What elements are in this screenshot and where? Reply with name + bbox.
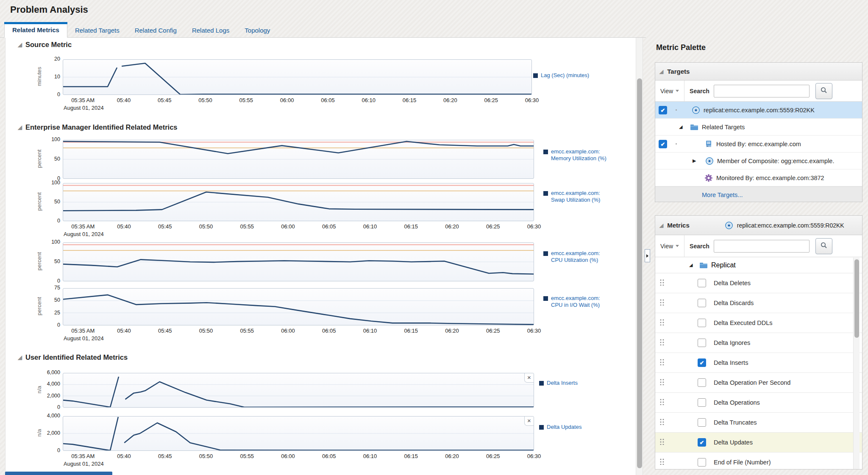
chart-plot-cpu xyxy=(63,242,534,281)
tab-related-logs[interactable]: Related Logs xyxy=(184,22,237,38)
x-tick-label: 06:05 xyxy=(310,453,348,459)
metric-label: Delta Inserts xyxy=(714,359,748,366)
metric-checkbox[interactable] xyxy=(698,418,706,427)
targets-search-button[interactable] xyxy=(815,83,832,99)
x-tick-label: 05:35 AM xyxy=(64,223,102,230)
x-tick-label: 06:00 xyxy=(269,453,307,459)
targets-view-menu[interactable]: View xyxy=(655,88,684,94)
metrics-section-header[interactable]: ◢Metricsreplicat:emcc.example.com:5559:R… xyxy=(655,216,862,235)
chart-plot-iowait xyxy=(63,288,534,325)
metric-row[interactable]: ✔Delta Updates xyxy=(655,433,862,453)
drag-handle-icon[interactable] xyxy=(659,339,665,347)
target-checkbox[interactable]: ✔ xyxy=(659,140,667,148)
target-tree-row[interactable]: ◢Related Targets xyxy=(655,119,862,136)
drag-handle-icon[interactable] xyxy=(659,299,665,307)
drag-handle-icon[interactable] xyxy=(659,358,665,367)
legend-cpu[interactable]: emcc.example.com:CPU Utilization (%) xyxy=(543,250,600,264)
y-tick-label: 50 xyxy=(41,258,60,264)
tab-topology[interactable]: Topology xyxy=(237,22,278,38)
metric-checkbox[interactable] xyxy=(698,398,706,407)
chart-close-button-updates[interactable]: × xyxy=(524,417,534,426)
section-expanded-icon[interactable]: ◢ xyxy=(18,42,22,47)
chart-plot-memory xyxy=(63,140,534,179)
target-tree-row[interactable]: ✔Hosted By: emcc.example.com xyxy=(655,136,862,153)
drag-handle-icon[interactable] xyxy=(659,418,665,427)
drag-handle-icon[interactable] xyxy=(659,378,665,387)
metric-row[interactable]: Delta Truncates xyxy=(655,413,862,433)
legend-swatch xyxy=(539,381,544,386)
panel-splitter-button[interactable] xyxy=(645,249,650,262)
y-tick-label: 0 xyxy=(41,447,60,453)
x-tick-label: 05:50 xyxy=(187,223,225,230)
x-tick-label: 06:20 xyxy=(433,223,471,230)
tree-collapse-icon[interactable]: ◢ xyxy=(679,125,682,129)
legend-text-line: Delta Inserts xyxy=(547,380,578,386)
legend-updates[interactable]: Delta Updates xyxy=(539,424,581,431)
more-targets-link[interactable]: More Targets... xyxy=(702,192,743,198)
targets-search-input[interactable] xyxy=(714,85,810,97)
metric-row[interactable]: Delta Deletes xyxy=(655,273,862,293)
metric-row[interactable]: End of File (Number) xyxy=(655,453,862,469)
metrics-panel: ◢Metricsreplicat:emcc.example.com:5559:R… xyxy=(655,215,862,469)
metric-row[interactable]: ✔Delta Inserts xyxy=(655,353,862,373)
drag-handle-icon[interactable] xyxy=(659,279,665,287)
legend-iowait[interactable]: emcc.example.com:CPU in I/O Wait (%) xyxy=(543,295,600,309)
metric-checkbox[interactable] xyxy=(698,319,706,327)
tree-collapse-icon[interactable]: ◢ xyxy=(689,263,693,267)
tree-expand-icon[interactable]: ▶ xyxy=(693,158,696,163)
cutoff-element xyxy=(5,472,112,475)
metric-checkbox[interactable] xyxy=(698,378,706,387)
target-checkbox[interactable]: ✔ xyxy=(659,106,667,114)
section-title: Enterprise Manager Identified Related Me… xyxy=(25,123,178,131)
metrics-view-menu[interactable]: View xyxy=(655,243,684,250)
metric-checkbox[interactable]: ✔ xyxy=(698,358,706,367)
legend-label: emcc.example.com:CPU in I/O Wait (%) xyxy=(551,295,600,309)
legend-memory[interactable]: emcc.example.com:Memory Utilization (%) xyxy=(543,148,606,162)
metric-row[interactable]: Delta Discards xyxy=(655,293,862,313)
drag-handle-icon[interactable] xyxy=(659,398,665,407)
metric-checkbox[interactable] xyxy=(698,279,706,287)
target-tree-row[interactable]: ✔replicat:emcc.example.com:5559:R02KK xyxy=(655,102,862,119)
metric-row[interactable]: Delta Operations xyxy=(655,393,862,413)
chart-close-button-inserts[interactable]: × xyxy=(524,373,534,383)
metrics-list-scrollbar[interactable] xyxy=(853,258,860,469)
metric-row[interactable]: Delta Operation Per Second xyxy=(655,373,862,393)
metric-checkbox[interactable] xyxy=(698,339,706,347)
x-tick-label: 06:00 xyxy=(268,97,306,103)
section-expanded-icon[interactable]: ◢ xyxy=(18,125,22,130)
targets-section-header[interactable]: ◢Targets xyxy=(655,63,862,81)
tab-related-targets[interactable]: Related Targets xyxy=(67,22,127,38)
metric-checkbox[interactable]: ✔ xyxy=(698,438,706,447)
metric-checkbox[interactable] xyxy=(698,458,706,467)
metrics-list-scrollbar-thumb[interactable] xyxy=(854,259,859,338)
metrics-search-input[interactable] xyxy=(714,240,810,253)
section-title: User Identified Related Metrics xyxy=(25,353,128,361)
x-tick-label: 06:30 xyxy=(515,453,553,459)
series-line xyxy=(122,63,531,94)
legend-label: Delta Inserts xyxy=(547,380,578,386)
metric-row[interactable]: Delta Ignores xyxy=(655,333,862,353)
target-tree-row[interactable]: ▶Member of Composite: ogg:emcc.example. xyxy=(655,153,862,169)
drag-handle-icon[interactable] xyxy=(659,319,665,327)
target-tree-row[interactable]: Monitored By: emcc.example.com:3872 xyxy=(655,169,862,186)
y-tick-label: 0 xyxy=(41,218,60,224)
drag-handle-icon[interactable] xyxy=(659,458,665,467)
host-icon xyxy=(704,140,713,148)
x-tick-label: 05:55 xyxy=(228,328,266,334)
metrics-folder-row[interactable]: ◢Replicat xyxy=(655,257,862,273)
content-scrollbar-thumb[interactable] xyxy=(637,78,642,468)
x-tick-label: 06:30 xyxy=(513,97,551,103)
legend-lag[interactable]: Lag (Sec) (minutes) xyxy=(533,72,589,79)
content-scrollbar[interactable] xyxy=(636,38,643,475)
legend-inserts[interactable]: Delta Inserts xyxy=(539,380,578,386)
tab-related-metrics[interactable]: Related Metrics xyxy=(4,22,67,38)
metrics-search-button[interactable] xyxy=(815,238,832,254)
x-tick-label: 06:15 xyxy=(392,223,430,230)
y-tick-label: 10 xyxy=(41,74,60,80)
legend-swap[interactable]: emcc.example.com:Swap Utilization (%) xyxy=(543,190,600,204)
section-expanded-icon[interactable]: ◢ xyxy=(18,355,22,360)
drag-handle-icon[interactable] xyxy=(659,438,665,447)
metric-checkbox[interactable] xyxy=(698,299,706,307)
tab-related-config[interactable]: Related Config xyxy=(127,22,184,38)
metric-row[interactable]: Delta Executed DDLs xyxy=(655,313,862,333)
